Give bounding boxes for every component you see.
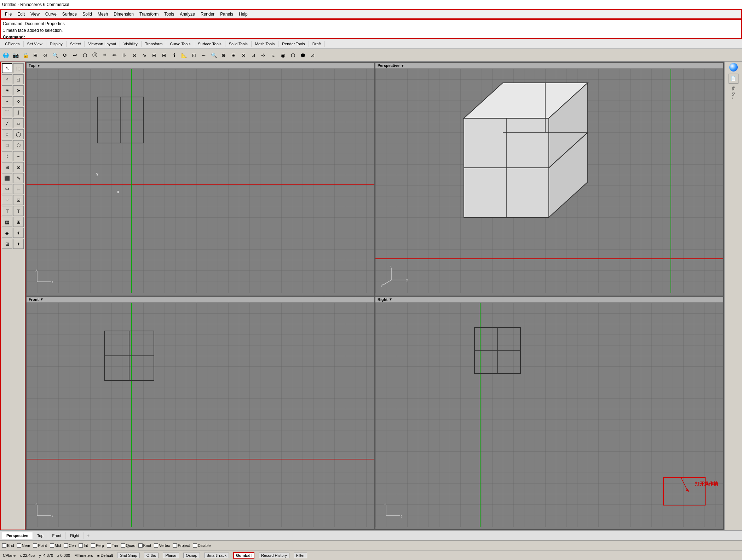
extend-tool[interactable]: ⊢ [13,184,24,194]
gumball-tool[interactable]: ⌖ [2,74,12,84]
toolbar-tab-visibility[interactable]: Visibility [120,41,142,47]
checkbox-quad[interactable] [121,543,125,548]
checkbox-tan[interactable] [107,543,111,548]
toolbar-icon-18[interactable]: ℹ [169,51,179,60]
menu-item-file[interactable]: File [2,11,15,17]
toolbar-icon-29[interactable]: ◉ [278,51,288,60]
right-panel-page-icon[interactable]: 📄 [729,74,738,84]
bottom-tab-perspective[interactable]: Perspective [2,532,33,539]
toolbar-tab-surface-tools[interactable]: Surface Tools [194,41,225,47]
checkbox-mid[interactable] [50,543,54,548]
viewport-top-content[interactable]: y x x y [27,69,374,293]
toolbar-icon-12[interactable]: ✏ [110,51,119,60]
toolbar-icon-31[interactable]: ⬢ [298,51,307,60]
toolbar-icon-30[interactable]: ⬡ [288,51,298,60]
status-osnap[interactable]: Osnap [183,553,200,558]
menu-item-analyze[interactable]: Analyze [177,11,198,17]
check-item-int[interactable]: Int [79,543,88,548]
menu-item-transform[interactable]: Transform [137,11,161,17]
circle-tool[interactable]: ○ [2,129,12,139]
toolbar-icon-16[interactable]: ⊟ [150,51,159,60]
curve2-tool[interactable]: ∫ [13,107,24,117]
checkbox-perp[interactable] [91,543,95,548]
toolbar-tab-display[interactable]: Display [46,41,67,47]
viewport-top[interactable]: Top ▼ y x [27,63,374,296]
check-item-mid[interactable]: Mid [50,543,61,548]
menu-item-surface[interactable]: Surface [59,11,80,17]
viewport-front-content[interactable]: x z [27,303,374,527]
toolbar-tab-render-tools[interactable]: Render Tools [278,41,309,47]
checkbox-vertex[interactable] [154,543,158,548]
menu-item-dimension[interactable]: Dimension [111,11,137,17]
hatch-tool[interactable]: ▦ [2,217,12,227]
check-item-disable[interactable]: Disable [193,543,211,548]
menu-item-tools[interactable]: Tools [161,11,177,17]
viewport-right-content[interactable]: y z 打开操作轴 [375,303,723,527]
toolbar-icon-27[interactable]: ⊹ [259,51,268,60]
point2-tool[interactable]: ⊹ [13,96,24,106]
check-item-point[interactable]: Point [33,543,47,548]
viewport-right[interactable]: Right ▼ y z [375,297,723,530]
toolbar-icon-15[interactable]: ∿ [140,51,149,60]
toolbar-icon-32[interactable]: ⊿ [308,51,317,60]
toolbar-icon-9[interactable]: ⬡ [80,51,90,60]
status-filter[interactable]: Filter [294,553,307,558]
toolbar-tab-curve-tools[interactable]: Curve Tools [166,41,194,47]
check-item-tan[interactable]: Tan [107,543,118,548]
menu-item-render[interactable]: Render [198,11,217,17]
status-record_history[interactable]: Record History [259,553,289,558]
check-item-quad[interactable]: Quad [121,543,136,548]
status-gumball[interactable]: Gumball [233,552,254,559]
surface-tool[interactable]: ⊞ [2,162,12,172]
menu-item-edit[interactable]: Edit [15,11,28,17]
block-tool[interactable]: ⊞ [13,217,24,227]
check-item-project[interactable]: Project [173,543,190,548]
viewport-right-dropdown[interactable]: ▼ [389,297,392,301]
toolbar-icon-25[interactable]: ⊠ [239,51,248,60]
toolbar-tab-solid-tools[interactable]: Solid Tools [225,41,252,47]
arc-tool[interactable]: ⌓ [13,118,24,128]
toolbar-icon-17[interactable]: ⊞ [160,51,169,60]
toolbar-tab-cplanes[interactable]: CPlanes [1,41,24,47]
bottom-tab-top[interactable]: Top [33,532,48,539]
edit-tool[interactable]: ✎ [13,173,24,183]
text-tool[interactable]: T [13,206,24,216]
status-grid_snap[interactable]: Grid Snap [117,553,140,558]
checkbox-int[interactable] [79,543,83,548]
select-window-tool[interactable]: ⬚ [13,63,24,73]
toolbar-icon-22[interactable]: 🔍 [209,51,218,60]
checkbox-disable[interactable] [193,543,197,548]
menu-item-solid[interactable]: Solid [80,11,95,17]
checkbox-end[interactable] [2,543,6,548]
status-smart_track[interactable]: SmartTrack [204,553,229,558]
fillet-tool[interactable]: ⌔ [2,195,12,205]
menu-item-curve[interactable]: Curve [42,11,59,17]
toolbar-icon-28[interactable]: ⊾ [269,51,278,60]
viewport-perspective[interactable]: Perspective ▼ [375,63,723,296]
line-tool[interactable]: ╱ [2,118,12,128]
toolbar-icon-20[interactable]: ⊡ [189,51,199,60]
check-item-cen[interactable]: Cen [64,543,76,548]
bottom-tab-right[interactable]: Right [66,532,84,539]
check-item-end[interactable]: End [2,543,14,548]
dimension-tool[interactable]: ⊤ [2,206,12,216]
checkbox-knot[interactable] [138,543,143,548]
curve-tool[interactable]: ⌒ [2,107,12,117]
toolbar-tab-mesh-tools[interactable]: Mesh Tools [252,41,278,47]
select-tool[interactable]: ↖ [2,63,12,73]
transform-tool[interactable]: ⍇ [13,74,24,84]
orient-tool[interactable]: ✴ [2,85,12,95]
menu-item-panels[interactable]: Panels [217,11,236,17]
toolbar-icon-11[interactable]: ⌗ [100,51,109,60]
viewport-front[interactable]: Front ▼ [27,297,374,530]
solid-tool[interactable]: ⬛ [2,173,12,183]
toolbar-icon-6[interactable]: 🔍 [51,51,60,60]
toolbar-icon-24[interactable]: ⊞ [229,51,238,60]
mesh-tool[interactable]: ⊠ [13,162,24,172]
toolbar-icon-4[interactable]: ⊞ [31,51,40,60]
layer-tool[interactable]: ◈ [2,228,12,238]
point-tool[interactable]: • [2,96,12,106]
toolbar-icon-3[interactable]: 🔒 [21,51,30,60]
viewport-front-dropdown[interactable]: ▼ [40,297,44,301]
rect-tool[interactable]: □ [2,140,12,150]
